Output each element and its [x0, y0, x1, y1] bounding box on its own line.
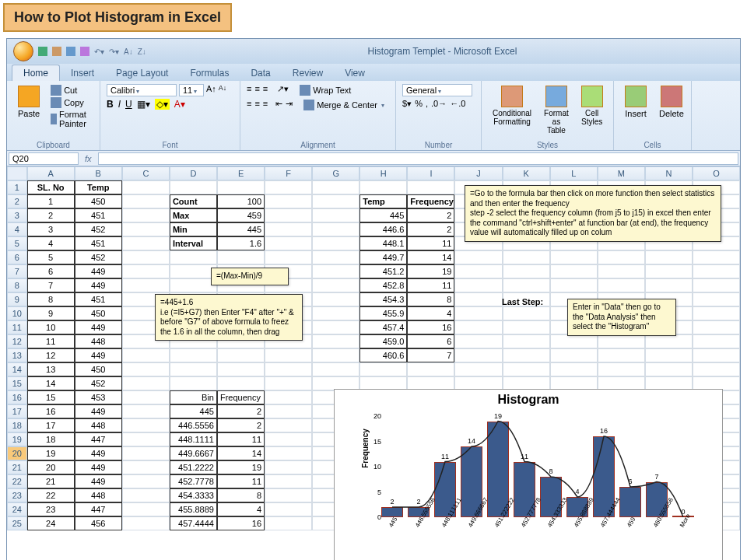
cell-K7[interactable]: [503, 264, 550, 278]
fill-color-button[interactable]: ◇▾: [155, 99, 170, 110]
histogram-chart[interactable]: Histogram Frequency 05101520 22111419118…: [334, 389, 723, 560]
cell-B11[interactable]: 449: [75, 320, 122, 334]
cell-B7[interactable]: 449: [75, 264, 122, 278]
cell-I5[interactable]: 11: [407, 236, 454, 250]
align-right-icon[interactable]: ≡: [263, 99, 268, 111]
cell-F19[interactable]: [265, 432, 312, 446]
cell-I2[interactable]: Frequency: [407, 194, 454, 208]
cell-B6[interactable]: 452: [75, 250, 122, 264]
row-header-5[interactable]: 5: [7, 236, 27, 250]
cell-C7[interactable]: [122, 264, 170, 278]
row-header-19[interactable]: 19: [7, 432, 27, 446]
cell-G12[interactable]: [312, 334, 359, 348]
cell-E16[interactable]: Frequency: [217, 390, 265, 404]
cell-M14[interactable]: [598, 362, 645, 376]
cell-B5[interactable]: 451: [75, 236, 122, 250]
cell-B8[interactable]: 449: [75, 278, 122, 292]
cell-F1[interactable]: [265, 180, 312, 194]
cell-B1[interactable]: Temp: [75, 180, 122, 194]
row-header-11[interactable]: 11: [7, 320, 27, 334]
cell-B4[interactable]: 452: [75, 222, 122, 236]
cell-K10[interactable]: [503, 306, 550, 320]
cell-I6[interactable]: 14: [407, 250, 454, 264]
cell-A4[interactable]: 3: [27, 222, 75, 236]
format-as-table-button[interactable]: Format as Table: [539, 84, 573, 136]
cell-E18[interactable]: 2: [217, 418, 265, 432]
shrink-font-icon[interactable]: A↓: [219, 84, 227, 96]
cell-K11[interactable]: [503, 320, 550, 334]
cell-F4[interactable]: [265, 222, 312, 236]
cell-A14[interactable]: 13: [27, 362, 75, 376]
conditional-formatting-button[interactable]: Conditional Formatting: [488, 84, 536, 128]
cell-F3[interactable]: [265, 208, 312, 222]
cell-K13[interactable]: [503, 348, 550, 362]
currency-icon[interactable]: $▾: [402, 99, 412, 109]
cell-F2[interactable]: [265, 194, 312, 208]
cell-D4[interactable]: Min: [170, 222, 217, 236]
cell-D5[interactable]: Interval: [170, 236, 217, 250]
cell-D14[interactable]: [170, 362, 217, 376]
cell-B14[interactable]: 450: [75, 362, 122, 376]
cell-A7[interactable]: 6: [27, 264, 75, 278]
cell-C24[interactable]: [122, 502, 170, 516]
cell-C15[interactable]: [122, 376, 170, 390]
cell-A23[interactable]: 22: [27, 488, 75, 502]
cell-B24[interactable]: 447: [75, 502, 122, 516]
cell-E19[interactable]: 11: [217, 432, 265, 446]
cell-L13[interactable]: [550, 348, 598, 362]
cell-A9[interactable]: 8: [27, 292, 75, 306]
align-top-icon[interactable]: ≡: [247, 84, 251, 96]
cell-O11[interactable]: [693, 320, 740, 334]
cell-G3[interactable]: [312, 208, 359, 222]
tab-home[interactable]: Home: [12, 65, 60, 81]
row-header-18[interactable]: 18: [7, 418, 27, 432]
cell-H13[interactable]: 460.6: [359, 348, 407, 362]
col-header-K[interactable]: K: [503, 166, 550, 180]
cell-F14[interactable]: [265, 362, 312, 376]
cell-O9[interactable]: [693, 292, 740, 306]
cell-O8[interactable]: [693, 278, 740, 292]
cell-H5[interactable]: 448.1: [359, 236, 407, 250]
cell-E1[interactable]: [217, 180, 265, 194]
cell-I14[interactable]: [407, 362, 454, 376]
cell-B19[interactable]: 447: [75, 432, 122, 446]
cell-B16[interactable]: 453: [75, 390, 122, 404]
cell-N7[interactable]: [645, 264, 693, 278]
cell-B18[interactable]: 448: [75, 418, 122, 432]
cell-G13[interactable]: [312, 348, 359, 362]
align-center-icon[interactable]: ≡: [254, 99, 259, 111]
tab-formulas[interactable]: Formulas: [179, 65, 240, 81]
cell-H12[interactable]: 459.0: [359, 334, 407, 348]
insert-cells-button[interactable]: Insert: [620, 84, 651, 120]
inc-decimal-icon[interactable]: .0→: [431, 99, 447, 109]
cell-F17[interactable]: [265, 404, 312, 418]
cell-O6[interactable]: [693, 250, 740, 264]
row-header-13[interactable]: 13: [7, 348, 27, 362]
cell-H2[interactable]: Temp: [359, 194, 407, 208]
cell-H9[interactable]: 454.3: [359, 292, 407, 306]
tab-view[interactable]: View: [334, 65, 376, 81]
merge-center-button[interactable]: Merge & Center: [300, 99, 388, 111]
open-icon[interactable]: [52, 47, 61, 56]
row-header-7[interactable]: 7: [7, 264, 27, 278]
cell-G2[interactable]: [312, 194, 359, 208]
cell-A2[interactable]: 1: [27, 194, 75, 208]
cell-F25[interactable]: [265, 516, 312, 530]
cell-F6[interactable]: [265, 250, 312, 264]
cell-O7[interactable]: [693, 264, 740, 278]
cell-I13[interactable]: 7: [407, 348, 454, 362]
cell-D20[interactable]: 449.6667: [170, 446, 217, 460]
cell-A20[interactable]: 19: [27, 446, 75, 460]
cell-N14[interactable]: [645, 362, 693, 376]
cell-B20[interactable]: 449: [75, 446, 122, 460]
percent-icon[interactable]: %: [415, 99, 423, 109]
cell-A25[interactable]: 24: [27, 516, 75, 530]
cell-H14[interactable]: [359, 362, 407, 376]
col-header-M[interactable]: M: [598, 166, 645, 180]
dec-decimal-icon[interactable]: ←.0: [450, 99, 465, 109]
col-header-C[interactable]: C: [122, 166, 170, 180]
col-header-J[interactable]: J: [454, 166, 502, 180]
cell-F23[interactable]: [265, 488, 312, 502]
cell-D16[interactable]: Bin: [170, 390, 217, 404]
cell-C23[interactable]: [122, 488, 170, 502]
